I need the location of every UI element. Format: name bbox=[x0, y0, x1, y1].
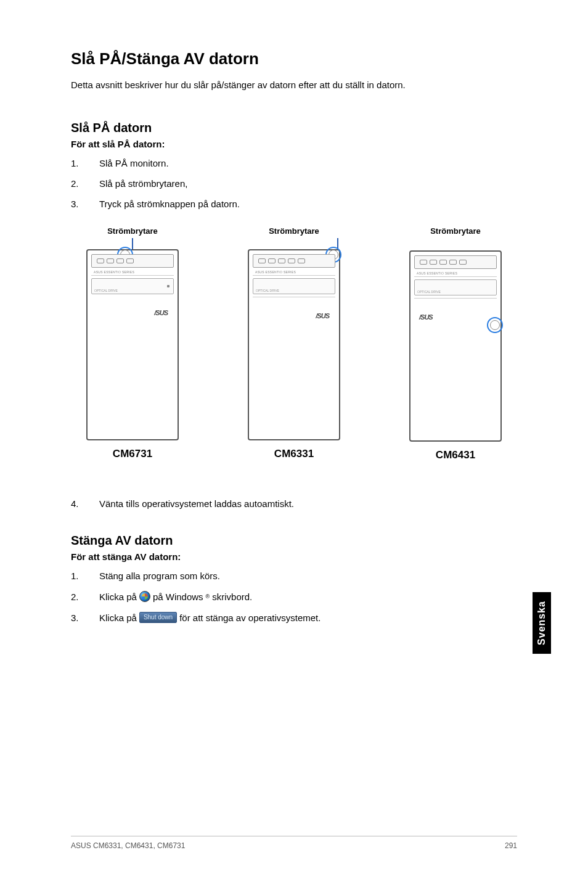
step-text-after-2: skrivbord. bbox=[212, 592, 252, 602]
list-item: 1. Slå PÅ monitorn. bbox=[71, 158, 517, 168]
tower-illustration: ASUS ESSENTIO SERIES OPTICAL DRIVE /SUS bbox=[409, 250, 502, 442]
steps-on-list: 1. Slå PÅ monitorn. 2. Slå på strömbryta… bbox=[71, 158, 517, 209]
step-number: 3. bbox=[71, 199, 99, 209]
diagram-label: Strömbrytare bbox=[430, 226, 481, 236]
footer-left: ASUS CM6331, CM6431, CM6731 bbox=[71, 841, 185, 850]
registered-symbol: ® bbox=[206, 593, 210, 600]
step-number: 4. bbox=[71, 498, 99, 509]
brand-small-text: ASUS ESSENTIO SERIES bbox=[255, 270, 335, 274]
brand-logo-icon: /SUS bbox=[414, 313, 497, 321]
steps-off-list: 1. Stäng alla program som körs. 2. Klick… bbox=[71, 571, 517, 623]
model-name: CM6331 bbox=[274, 448, 314, 460]
footer-page-number: 291 bbox=[505, 841, 517, 850]
step-number: 2. bbox=[71, 592, 99, 602]
tower-illustration: ASUS ESSENTIO SERIES OPTICAL DRIVE /SUS bbox=[86, 249, 179, 440]
step-text: Tryck på strömknappen på datorn. bbox=[99, 199, 240, 209]
windows-start-orb-icon bbox=[139, 591, 150, 602]
model-name: CM6731 bbox=[113, 448, 152, 460]
model-name: CM6431 bbox=[436, 449, 475, 461]
step-text-after: för att stänga av operativsystemet. bbox=[179, 613, 321, 623]
step-text: Slå PÅ monitorn. bbox=[99, 158, 169, 168]
diagram-cm6731: Strömbrytare ASUS ESSENTIO SERIES OPTICA… bbox=[71, 226, 194, 461]
page-title: Slå PÅ/Stänga AV datorn bbox=[71, 49, 517, 68]
section-off-heading: Stänga AV datorn bbox=[71, 534, 517, 548]
diagram-cm6431: Strömbrytare ASUS ESSENTIO SERIES OPTICA… bbox=[394, 226, 517, 461]
step-text-after: på Windows bbox=[153, 592, 203, 602]
pointer-line-icon bbox=[132, 238, 133, 249]
section-off-subheading: För att stänga AV datorn: bbox=[71, 551, 517, 562]
drive-label: OPTICAL DRIVE bbox=[94, 289, 118, 292]
diagram-label: Strömbrytare bbox=[269, 226, 319, 236]
diagram-cm6331: Strömbrytare ASUS ESSENTIO SERIES OPTICA… bbox=[232, 226, 356, 461]
drive-label: OPTICAL DRIVE bbox=[417, 290, 441, 294]
step-text: Vänta tills operativsystemet laddas auto… bbox=[99, 498, 294, 509]
list-item: 3. Tryck på strömknappen på datorn. bbox=[71, 199, 517, 209]
diagram-row: Strömbrytare ASUS ESSENTIO SERIES OPTICA… bbox=[71, 226, 517, 461]
brand-logo-icon: /SUS bbox=[91, 309, 174, 316]
language-side-tab: Svenska bbox=[533, 592, 551, 654]
list-item: 4. Vänta tills operativsystemet laddas a… bbox=[71, 498, 517, 509]
list-item: 2. Klicka på på Windows® skrivbord. bbox=[71, 591, 517, 602]
power-button-highlight-icon bbox=[487, 317, 503, 333]
list-item: 3. Klicka på Shut down för att stänga av… bbox=[71, 612, 517, 623]
step-4-list: 4. Vänta tills operativsystemet laddas a… bbox=[71, 498, 517, 509]
diagram-label: Strömbrytare bbox=[107, 226, 158, 236]
step-number: 1. bbox=[71, 158, 99, 168]
intro-text: Detta avsnitt beskriver hur du slår på/s… bbox=[71, 80, 517, 90]
section-on-subheading: För att slå PÅ datorn: bbox=[71, 139, 517, 149]
step-text-before: Klicka på bbox=[99, 613, 137, 623]
drive-label: OPTICAL DRIVE bbox=[256, 289, 279, 292]
step-number: 2. bbox=[71, 178, 99, 189]
page-footer: ASUS CM6331, CM6431, CM6731 291 bbox=[71, 836, 517, 850]
brand-small-text: ASUS ESSENTIO SERIES bbox=[94, 270, 174, 274]
step-text: Slå på strömbrytaren, bbox=[99, 178, 187, 189]
step-text: Stäng alla program som körs. bbox=[99, 571, 220, 581]
brand-logo-icon: /SUS bbox=[253, 312, 335, 320]
step-number: 3. bbox=[71, 613, 99, 623]
list-item: 2. Slå på strömbrytaren, bbox=[71, 178, 517, 189]
brand-small-text: ASUS ESSENTIO SERIES bbox=[417, 271, 497, 275]
section-on-heading: Slå PÅ datorn bbox=[71, 121, 517, 135]
step-text-before: Klicka på bbox=[99, 592, 137, 602]
step-number: 1. bbox=[71, 571, 99, 581]
list-item: 1. Stäng alla program som körs. bbox=[71, 571, 517, 581]
tower-illustration: ASUS ESSENTIO SERIES OPTICAL DRIVE /SUS bbox=[248, 249, 340, 440]
shutdown-button-icon: Shut down bbox=[139, 612, 177, 623]
